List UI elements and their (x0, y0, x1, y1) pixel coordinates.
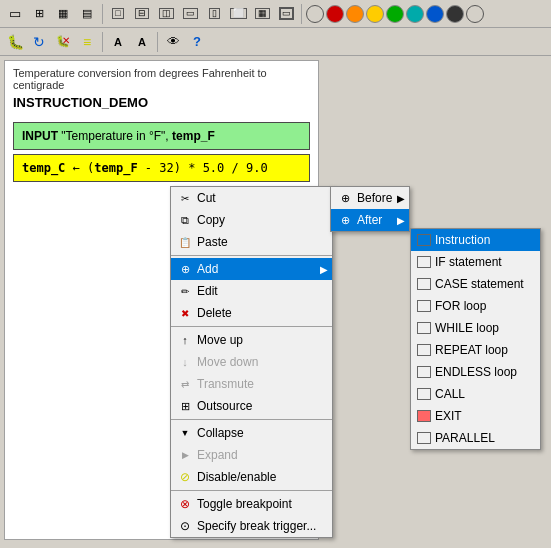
circle-red-btn[interactable] (326, 5, 344, 23)
menu-cut-label: Cut (197, 191, 216, 205)
chart-icon: ▦ (58, 8, 68, 19)
placement-call-label: CALL (435, 387, 465, 401)
grid-icon: ▤ (82, 8, 92, 19)
placement-for[interactable]: FOR loop (411, 295, 540, 317)
placement-endless[interactable]: ENDLESS loop (411, 361, 540, 383)
placement-repeat[interactable]: REPEAT loop (411, 339, 540, 361)
font-size-button[interactable]: A (107, 31, 129, 53)
placement-while-label: WHILE loop (435, 321, 499, 335)
placement-repeat-label: REPEAT loop (435, 343, 508, 357)
outsource-icon: ⊞ (177, 398, 193, 414)
menu-copy-label: Copy (197, 213, 225, 227)
circle-yellow-btn[interactable] (366, 5, 384, 23)
lines-icon: ≡ (83, 34, 91, 50)
circle-blue-btn[interactable] (426, 5, 444, 23)
transmute-icon: ⇄ (177, 376, 193, 392)
rect1-button[interactable]: □ (107, 3, 129, 25)
sep-after-disable (171, 490, 332, 491)
menu-add[interactable]: ⊕ Add ▶ (171, 258, 332, 280)
disable-icon: ⊘ (177, 469, 193, 485)
menu-specify-break-label: Specify break trigger... (197, 519, 316, 533)
rect5-button[interactable]: ▯ (203, 3, 225, 25)
placement-case[interactable]: CASE statement (411, 273, 540, 295)
rect4-icon: ▭ (183, 8, 198, 19)
lines-button[interactable]: ≡ (76, 31, 98, 53)
placement-parallel-label: PARALLEL (435, 431, 495, 445)
after-arrow-icon: ▶ (397, 215, 405, 226)
new-icon: ▭ (9, 7, 21, 20)
refresh-button[interactable]: ↻ (28, 31, 50, 53)
rect5-icon: ▯ (209, 8, 220, 19)
sep-after-delete (171, 326, 332, 327)
menu-specify-break[interactable]: ⊙ Specify break trigger... (171, 515, 332, 537)
rect7-button[interactable]: ▦ (251, 3, 273, 25)
circle-cyan-btn[interactable] (406, 5, 424, 23)
endless-icon (417, 366, 431, 378)
add-arrow-icon: ▶ (320, 264, 328, 275)
code-block-input: INPUT "Temperature in °F", temp_F (13, 122, 310, 150)
editor-description: Temperature conversion from degrees Fahr… (13, 67, 267, 91)
sep-after-outsource (171, 419, 332, 420)
menu-outsource[interactable]: ⊞ Outsource (171, 395, 332, 417)
specify-break-icon: ⊙ (177, 518, 193, 534)
help-button[interactable]: ? (186, 31, 208, 53)
menu-toggle-bp-label: Toggle breakpoint (197, 497, 292, 511)
placement-while[interactable]: WHILE loop (411, 317, 540, 339)
menu-cut[interactable]: Cut (171, 187, 332, 209)
code-keyword-input: INPUT (22, 129, 58, 143)
menu-move-down[interactable]: ↓ Move down (171, 351, 332, 373)
circle-green-btn[interactable] (386, 5, 404, 23)
placement-parallel[interactable]: PARALLEL (411, 427, 540, 449)
menu-expand[interactable]: ▶ Expand (171, 444, 332, 466)
refresh-icon: ↻ (33, 34, 45, 50)
menu-delete[interactable]: ✖ Delete (171, 302, 332, 324)
menu-move-up[interactable]: ↑ Move up (171, 329, 332, 351)
circle-gray-btn[interactable] (466, 5, 484, 23)
menu-disable-enable[interactable]: ⊘ Disable/enable (171, 466, 332, 488)
placement-instruction[interactable]: Instruction (411, 229, 540, 251)
new-button[interactable]: ▭ (4, 3, 26, 25)
open-button[interactable]: ⊞ (28, 3, 50, 25)
rect6-button[interactable]: ⬜ (227, 3, 249, 25)
expand-icon: ▶ (177, 447, 193, 463)
rect7-icon: ▦ (255, 8, 270, 19)
rect1-icon: □ (112, 8, 123, 19)
submenu-after-label: After (357, 213, 382, 227)
menu-disable-label: Disable/enable (197, 470, 276, 484)
code-var-tempc: temp_C ← (temp_F - 32) * 5.0 / 9.0 (22, 161, 268, 175)
circle-empty-btn[interactable] (306, 5, 324, 23)
rect8-icon: ▭ (279, 7, 294, 20)
bug-button[interactable]: 🐛 (4, 31, 26, 53)
submenu-before[interactable]: ⊕ Before ▶ (331, 187, 409, 209)
bug-icon: 🐛 (7, 34, 24, 50)
chart-button[interactable]: ▦ (52, 3, 74, 25)
menu-toggle-bp[interactable]: ⊗ Toggle breakpoint (171, 493, 332, 515)
rect8-button[interactable]: ▭ (275, 3, 297, 25)
placement-exit[interactable]: EXIT (411, 405, 540, 427)
menu-transmute[interactable]: ⇄ Transmute (171, 373, 332, 395)
eye-button[interactable]: 👁 (162, 31, 184, 53)
grid-button[interactable]: ▤ (76, 3, 98, 25)
rect3-button[interactable]: ◫ (155, 3, 177, 25)
placement-call[interactable]: CALL (411, 383, 540, 405)
sep-after-paste (171, 255, 332, 256)
rect2-button[interactable]: ⊟ (131, 3, 153, 25)
circle-dark-btn[interactable] (446, 5, 464, 23)
menu-copy[interactable]: ⧉ Copy (171, 209, 332, 231)
menu-collapse[interactable]: ▼ Collapse (171, 422, 332, 444)
placement-exit-label: EXIT (435, 409, 462, 423)
menu-expand-label: Expand (197, 448, 238, 462)
delete-icon: ✖ (177, 305, 193, 321)
xbug-button[interactable]: 🐛✕ (52, 31, 74, 53)
placement-endless-label: ENDLESS loop (435, 365, 517, 379)
circle-orange-btn[interactable] (346, 5, 364, 23)
placement-if[interactable]: IF statement (411, 251, 540, 273)
menu-paste[interactable]: 📋 Paste (171, 231, 332, 253)
submenu-after[interactable]: ⊕ After ▶ (331, 209, 409, 231)
rect4-button[interactable]: ▭ (179, 3, 201, 25)
font-size2-button[interactable]: A (131, 31, 153, 53)
menu-edit[interactable]: ✏ Edit (171, 280, 332, 302)
menu-delete-label: Delete (197, 306, 232, 320)
repeat-icon (417, 344, 431, 356)
placement-for-label: FOR loop (435, 299, 486, 313)
